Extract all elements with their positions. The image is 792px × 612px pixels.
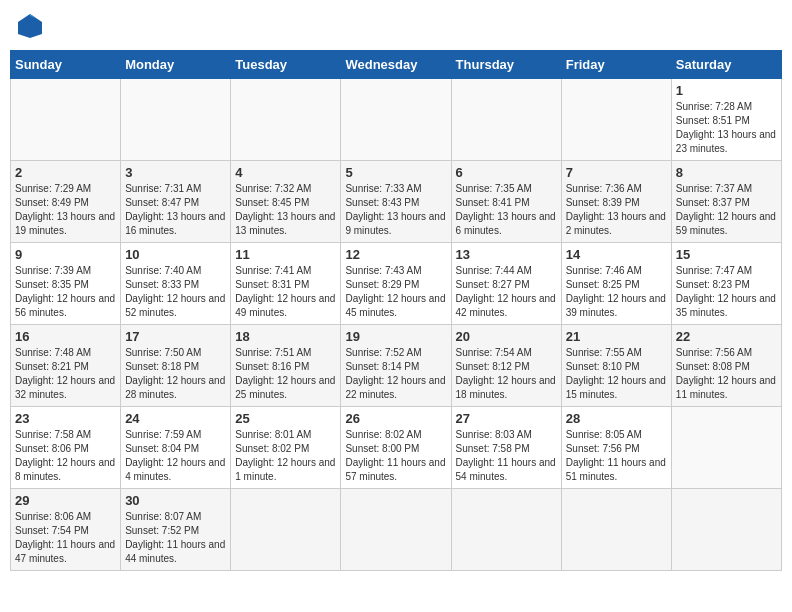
day-number: 28 bbox=[566, 411, 667, 426]
day-number: 13 bbox=[456, 247, 557, 262]
day-number: 18 bbox=[235, 329, 336, 344]
day-info: Sunrise: 7:41 AMSunset: 8:31 PMDaylight:… bbox=[235, 265, 335, 318]
day-number: 15 bbox=[676, 247, 777, 262]
day-info: Sunrise: 7:52 AMSunset: 8:14 PMDaylight:… bbox=[345, 347, 445, 400]
calendar-cell: 24 Sunrise: 7:59 AMSunset: 8:04 PMDaylig… bbox=[121, 407, 231, 489]
calendar-cell bbox=[11, 79, 121, 161]
calendar-cell: 26 Sunrise: 8:02 AMSunset: 8:00 PMDaylig… bbox=[341, 407, 451, 489]
calendar-cell bbox=[561, 79, 671, 161]
day-number: 10 bbox=[125, 247, 226, 262]
day-info: Sunrise: 7:39 AMSunset: 8:35 PMDaylight:… bbox=[15, 265, 115, 318]
day-info: Sunrise: 7:31 AMSunset: 8:47 PMDaylight:… bbox=[125, 183, 225, 236]
calendar-cell bbox=[451, 489, 561, 571]
header-tuesday: Tuesday bbox=[231, 51, 341, 79]
day-number: 5 bbox=[345, 165, 446, 180]
calendar-cell: 29 Sunrise: 8:06 AMSunset: 7:54 PMDaylig… bbox=[11, 489, 121, 571]
calendar-cell bbox=[231, 489, 341, 571]
day-info: Sunrise: 7:43 AMSunset: 8:29 PMDaylight:… bbox=[345, 265, 445, 318]
day-number: 6 bbox=[456, 165, 557, 180]
day-number: 17 bbox=[125, 329, 226, 344]
calendar-cell: 30 Sunrise: 8:07 AMSunset: 7:52 PMDaylig… bbox=[121, 489, 231, 571]
day-number: 26 bbox=[345, 411, 446, 426]
day-number: 21 bbox=[566, 329, 667, 344]
day-info: Sunrise: 7:36 AMSunset: 8:39 PMDaylight:… bbox=[566, 183, 666, 236]
calendar-cell: 2 Sunrise: 7:29 AMSunset: 8:49 PMDayligh… bbox=[11, 161, 121, 243]
day-info: Sunrise: 7:28 AMSunset: 8:51 PMDaylight:… bbox=[676, 101, 776, 154]
svg-marker-0 bbox=[18, 14, 42, 38]
day-info: Sunrise: 7:58 AMSunset: 8:06 PMDaylight:… bbox=[15, 429, 115, 482]
calendar-cell: 21 Sunrise: 7:55 AMSunset: 8:10 PMDaylig… bbox=[561, 325, 671, 407]
calendar-cell: 14 Sunrise: 7:46 AMSunset: 8:25 PMDaylig… bbox=[561, 243, 671, 325]
header-sunday: Sunday bbox=[11, 51, 121, 79]
calendar-cell bbox=[671, 489, 781, 571]
day-info: Sunrise: 7:46 AMSunset: 8:25 PMDaylight:… bbox=[566, 265, 666, 318]
calendar-cell: 11 Sunrise: 7:41 AMSunset: 8:31 PMDaylig… bbox=[231, 243, 341, 325]
calendar-cell: 20 Sunrise: 7:54 AMSunset: 8:12 PMDaylig… bbox=[451, 325, 561, 407]
calendar-cell: 8 Sunrise: 7:37 AMSunset: 8:37 PMDayligh… bbox=[671, 161, 781, 243]
week-row-2: 9 Sunrise: 7:39 AMSunset: 8:35 PMDayligh… bbox=[11, 243, 782, 325]
calendar-cell: 19 Sunrise: 7:52 AMSunset: 8:14 PMDaylig… bbox=[341, 325, 451, 407]
logo-icon bbox=[14, 10, 46, 42]
day-info: Sunrise: 7:40 AMSunset: 8:33 PMDaylight:… bbox=[125, 265, 225, 318]
calendar-cell: 15 Sunrise: 7:47 AMSunset: 8:23 PMDaylig… bbox=[671, 243, 781, 325]
calendar-cell: 16 Sunrise: 7:48 AMSunset: 8:21 PMDaylig… bbox=[11, 325, 121, 407]
day-info: Sunrise: 7:51 AMSunset: 8:16 PMDaylight:… bbox=[235, 347, 335, 400]
day-info: Sunrise: 8:02 AMSunset: 8:00 PMDaylight:… bbox=[345, 429, 445, 482]
calendar-cell: 17 Sunrise: 7:50 AMSunset: 8:18 PMDaylig… bbox=[121, 325, 231, 407]
week-row-3: 16 Sunrise: 7:48 AMSunset: 8:21 PMDaylig… bbox=[11, 325, 782, 407]
logo bbox=[14, 10, 50, 42]
day-number: 9 bbox=[15, 247, 116, 262]
calendar-cell bbox=[341, 79, 451, 161]
calendar-cell: 6 Sunrise: 7:35 AMSunset: 8:41 PMDayligh… bbox=[451, 161, 561, 243]
calendar-cell: 4 Sunrise: 7:32 AMSunset: 8:45 PMDayligh… bbox=[231, 161, 341, 243]
calendar-cell: 13 Sunrise: 7:44 AMSunset: 8:27 PMDaylig… bbox=[451, 243, 561, 325]
calendar-cell: 7 Sunrise: 7:36 AMSunset: 8:39 PMDayligh… bbox=[561, 161, 671, 243]
day-info: Sunrise: 7:47 AMSunset: 8:23 PMDaylight:… bbox=[676, 265, 776, 318]
calendar-cell: 22 Sunrise: 7:56 AMSunset: 8:08 PMDaylig… bbox=[671, 325, 781, 407]
day-number: 4 bbox=[235, 165, 336, 180]
calendar-cell: 1 Sunrise: 7:28 AMSunset: 8:51 PMDayligh… bbox=[671, 79, 781, 161]
week-row-4: 23 Sunrise: 7:58 AMSunset: 8:06 PMDaylig… bbox=[11, 407, 782, 489]
calendar-cell: 25 Sunrise: 8:01 AMSunset: 8:02 PMDaylig… bbox=[231, 407, 341, 489]
day-info: Sunrise: 8:01 AMSunset: 8:02 PMDaylight:… bbox=[235, 429, 335, 482]
calendar-cell: 10 Sunrise: 7:40 AMSunset: 8:33 PMDaylig… bbox=[121, 243, 231, 325]
day-number: 19 bbox=[345, 329, 446, 344]
calendar-cell bbox=[451, 79, 561, 161]
day-info: Sunrise: 7:29 AMSunset: 8:49 PMDaylight:… bbox=[15, 183, 115, 236]
day-number: 24 bbox=[125, 411, 226, 426]
day-number: 16 bbox=[15, 329, 116, 344]
day-number: 3 bbox=[125, 165, 226, 180]
day-number: 27 bbox=[456, 411, 557, 426]
week-row-5: 29 Sunrise: 8:06 AMSunset: 7:54 PMDaylig… bbox=[11, 489, 782, 571]
day-info: Sunrise: 7:59 AMSunset: 8:04 PMDaylight:… bbox=[125, 429, 225, 482]
day-info: Sunrise: 8:06 AMSunset: 7:54 PMDaylight:… bbox=[15, 511, 115, 564]
day-number: 1 bbox=[676, 83, 777, 98]
day-info: Sunrise: 7:55 AMSunset: 8:10 PMDaylight:… bbox=[566, 347, 666, 400]
day-info: Sunrise: 7:48 AMSunset: 8:21 PMDaylight:… bbox=[15, 347, 115, 400]
calendar-cell: 12 Sunrise: 7:43 AMSunset: 8:29 PMDaylig… bbox=[341, 243, 451, 325]
header-friday: Friday bbox=[561, 51, 671, 79]
day-number: 20 bbox=[456, 329, 557, 344]
header-monday: Monday bbox=[121, 51, 231, 79]
day-info: Sunrise: 7:50 AMSunset: 8:18 PMDaylight:… bbox=[125, 347, 225, 400]
calendar-table: SundayMondayTuesdayWednesdayThursdayFrid… bbox=[10, 50, 782, 571]
week-row-1: 2 Sunrise: 7:29 AMSunset: 8:49 PMDayligh… bbox=[11, 161, 782, 243]
calendar-cell: 28 Sunrise: 8:05 AMSunset: 7:56 PMDaylig… bbox=[561, 407, 671, 489]
calendar-cell: 3 Sunrise: 7:31 AMSunset: 8:47 PMDayligh… bbox=[121, 161, 231, 243]
calendar-cell: 5 Sunrise: 7:33 AMSunset: 8:43 PMDayligh… bbox=[341, 161, 451, 243]
day-info: Sunrise: 8:07 AMSunset: 7:52 PMDaylight:… bbox=[125, 511, 225, 564]
day-info: Sunrise: 8:03 AMSunset: 7:58 PMDaylight:… bbox=[456, 429, 556, 482]
day-number: 30 bbox=[125, 493, 226, 508]
day-number: 14 bbox=[566, 247, 667, 262]
calendar-cell bbox=[341, 489, 451, 571]
calendar-cell: 23 Sunrise: 7:58 AMSunset: 8:06 PMDaylig… bbox=[11, 407, 121, 489]
day-info: Sunrise: 7:54 AMSunset: 8:12 PMDaylight:… bbox=[456, 347, 556, 400]
header-saturday: Saturday bbox=[671, 51, 781, 79]
calendar-cell: 9 Sunrise: 7:39 AMSunset: 8:35 PMDayligh… bbox=[11, 243, 121, 325]
calendar-header-row: SundayMondayTuesdayWednesdayThursdayFrid… bbox=[11, 51, 782, 79]
header-thursday: Thursday bbox=[451, 51, 561, 79]
day-number: 8 bbox=[676, 165, 777, 180]
day-number: 25 bbox=[235, 411, 336, 426]
calendar-cell bbox=[121, 79, 231, 161]
calendar-cell: 18 Sunrise: 7:51 AMSunset: 8:16 PMDaylig… bbox=[231, 325, 341, 407]
